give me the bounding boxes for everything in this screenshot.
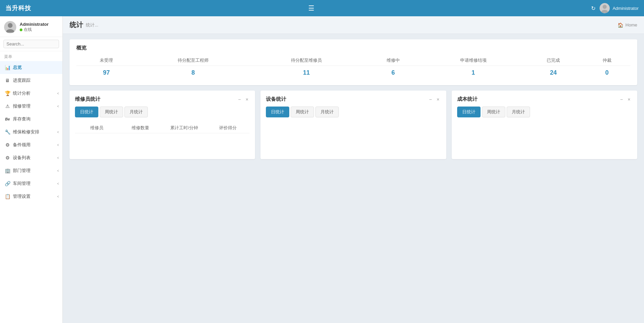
overview-values-row: 97 8 11 6 1 24 0 <box>76 66 630 80</box>
sidebar-item-maintenance[interactable]: 🔧 维保检修安排 < <box>0 126 62 138</box>
sidebar-item-label: 维保检修安排 <box>13 129 39 135</box>
search-input[interactable] <box>6 41 63 46</box>
cost-card-header: 成本统计 − × <box>457 96 632 102</box>
devices-icon: ⚙ <box>5 155 10 160</box>
sidebar-item-inventory[interactable]: Be 库存查询 <box>0 113 62 126</box>
chevron-icon: < <box>57 143 59 147</box>
sidebar-item-parts[interactable]: ⚙ 备件领用 < <box>0 138 62 151</box>
page-header-right: 🏠 Home <box>618 22 637 28</box>
parts-icon: ⚙ <box>5 142 10 148</box>
topbar-user: Administrator <box>600 3 639 13</box>
cost-tab-monthly[interactable]: 月统计 <box>507 107 530 117</box>
val-assign-engineer[interactable]: 8 <box>137 66 250 80</box>
cost-minimize-btn[interactable]: − <box>619 97 624 102</box>
refresh-icon[interactable]: ↻ <box>591 5 596 12</box>
sidebar-status-label: 在线 <box>24 27 32 33</box>
cost-card-controls: − × <box>619 97 632 102</box>
maintenance-stats-card: 维修员统计 − × 日统计 周统计 月统计 维修员 维修数量 <box>70 91 255 159</box>
search-input-wrap[interactable]: 🔍 <box>3 40 59 48</box>
report-icon: ⚠ <box>5 103 10 109</box>
col-rating-score: 评价得分 <box>206 125 250 131</box>
sidebar-item-devices[interactable]: ⚙ 设备列表 < <box>0 151 62 164</box>
inventory-icon: Be <box>5 117 10 121</box>
col-assign-engineer: 待分配至工程师 <box>137 55 250 66</box>
maintenance-tab-weekly[interactable]: 周统计 <box>100 107 123 117</box>
device-stats-card: 设备统计 − × 日统计 周统计 月统计 <box>260 91 446 159</box>
chevron-icon: < <box>57 130 59 134</box>
sidebar-item-overview[interactable]: 📊 总览 <box>0 61 62 74</box>
sidebar-item-label: 统计分析 <box>13 90 31 96</box>
col-repair-count: 维修数量 <box>119 125 162 131</box>
svg-point-3 <box>6 29 14 33</box>
sidebar-item-progress[interactable]: 🖥 进度跟踪 <box>0 74 62 87</box>
col-repairing: 维修中 <box>363 55 424 66</box>
val-apply-close[interactable]: 1 <box>423 66 523 80</box>
online-status-dot <box>20 28 22 31</box>
statistics-icon: 🏆 <box>5 91 10 96</box>
maintenance-table-body <box>75 133 250 154</box>
val-completed[interactable]: 24 <box>523 66 584 80</box>
svg-point-1 <box>601 10 608 13</box>
cost-tab-daily[interactable]: 日统计 <box>457 107 481 117</box>
sidebar-avatar <box>4 21 16 33</box>
val-assign-repair[interactable]: 11 <box>250 66 363 80</box>
progress-icon: 🖥 <box>5 78 10 83</box>
page-title: 统计 <box>70 20 83 30</box>
page-header-left: 统计 统计... <box>70 20 98 30</box>
device-tab-daily[interactable]: 日统计 <box>266 107 289 117</box>
maintenance-tab-daily[interactable]: 日统计 <box>75 107 98 117</box>
sidebar-item-label: 进度跟踪 <box>13 77 31 83</box>
topbar-avatar <box>600 3 610 13</box>
device-card-header: 设备统计 − × <box>266 96 441 102</box>
overview-table: 未受理 待分配至工程师 待分配至维修员 维修中 申请维修结项 已完成 仲裁 97 <box>76 55 630 80</box>
maintenance-minimize-btn[interactable]: − <box>237 97 242 102</box>
cost-tab-weekly[interactable]: 周统计 <box>482 107 505 117</box>
device-table-body <box>266 123 441 154</box>
val-arbitration[interactable]: 0 <box>584 66 630 80</box>
device-close-btn[interactable]: × <box>435 97 441 102</box>
admin-icon: 📋 <box>5 194 10 199</box>
device-tab-monthly[interactable]: 月统计 <box>315 107 339 117</box>
cost-close-btn[interactable]: × <box>626 97 632 102</box>
val-repairing[interactable]: 6 <box>363 66 424 80</box>
brand-logo: 当升科技 <box>5 4 31 12</box>
device-tab-group: 日统计 周统计 月统计 <box>266 107 441 117</box>
device-card-controls: − × <box>428 97 441 102</box>
chevron-icon: < <box>57 92 59 95</box>
sidebar-item-label: 车间管理 <box>13 180 31 187</box>
sidebar-item-department[interactable]: 🏢 部门管理 < <box>0 164 62 177</box>
maintenance-icon: 🔧 <box>5 129 10 135</box>
menu-section-label: 菜单 <box>0 51 62 61</box>
sidebar-item-label: 部门管理 <box>13 168 31 174</box>
col-completed: 已完成 <box>523 55 584 66</box>
chevron-icon: < <box>57 182 59 186</box>
menu-toggle-icon[interactable]: ☰ <box>308 4 314 12</box>
sidebar-item-label: 管理设置 <box>13 193 31 200</box>
maintenance-table-header: 维修员 维修数量 累计工时/分钟 评价得分 <box>75 123 250 133</box>
sidebar-item-statistics[interactable]: 🏆 统计分析 < <box>0 87 62 100</box>
col-apply-close: 申请维修结项 <box>423 55 523 66</box>
overview-table-header-row: 未受理 待分配至工程师 待分配至维修员 维修中 申请维修结项 已完成 仲裁 <box>76 55 630 66</box>
device-minimize-btn[interactable]: − <box>428 97 433 102</box>
col-unaccepted: 未受理 <box>76 55 137 66</box>
chevron-icon: < <box>57 104 59 108</box>
breadcrumb: 统计... <box>86 22 98 28</box>
chevron-icon: < <box>57 156 59 160</box>
val-unaccepted[interactable]: 97 <box>76 66 137 80</box>
sidebar-status: 在线 <box>20 27 48 33</box>
sidebar-item-workshop[interactable]: 🔗 车间管理 < <box>0 177 62 190</box>
device-card-title: 设备统计 <box>266 96 286 102</box>
topbar-right: ↻ Administrator <box>591 3 639 13</box>
layout: Administrator 在线 🔍 菜单 📊 总览 🖥 <box>0 16 644 323</box>
sidebar-item-label: 报修管理 <box>13 103 31 109</box>
sidebar-username: Administrator <box>20 22 48 27</box>
sidebar-item-admin[interactable]: 📋 管理设置 < <box>0 190 62 203</box>
device-tab-weekly[interactable]: 周统计 <box>291 107 314 117</box>
sidebar-item-report[interactable]: ⚠ 报修管理 < <box>0 100 62 113</box>
maintenance-tab-monthly[interactable]: 月统计 <box>124 107 148 117</box>
sidebar: Administrator 在线 🔍 菜单 📊 总览 🖥 <box>0 16 63 323</box>
stats-row: 维修员统计 − × 日统计 周统计 月统计 维修员 维修数量 <box>70 91 637 159</box>
home-icon: 🏠 <box>618 22 623 28</box>
cost-card-title: 成本统计 <box>457 96 477 102</box>
maintenance-close-btn[interactable]: × <box>244 97 250 102</box>
